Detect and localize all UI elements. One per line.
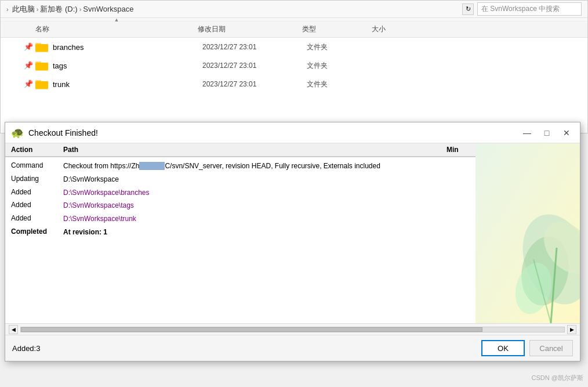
footer-info: Added:3 <box>12 344 481 353</box>
dialog-title: Checkout Finished! <box>28 128 515 138</box>
col-header-date[interactable]: 修改日期 <box>198 24 302 34</box>
scroll-thumb[interactable] <box>21 327 482 332</box>
svg-rect-8 <box>35 81 48 89</box>
th-action: Action <box>11 146 63 154</box>
dialog-icon: 🐢 <box>11 126 24 139</box>
file-row-branches[interactable]: 📌 branches 2023/12/27 23:01 文件夹 <box>1 38 587 56</box>
td-action-added3: Added <box>11 214 63 222</box>
td-path-added-tags[interactable]: D:\SvnWorkspace\tags <box>63 201 447 211</box>
folder-icon-branches <box>35 42 48 52</box>
deco-image-panel <box>476 143 580 323</box>
breadcrumb-pc[interactable]: 此电脑 <box>12 4 35 15</box>
table-row-added-branches: Added D:\SvnWorkspace\branches <box>5 186 476 200</box>
close-button[interactable]: ✕ <box>559 126 574 139</box>
td-path-command: Checkout from https://Zh C/svn/SNV_serve… <box>63 161 447 171</box>
search-input[interactable]: 在 SvnWorkspace 中搜索 <box>477 2 582 16</box>
horizontal-scrollbar[interactable]: ◀ ▶ <box>5 323 580 335</box>
pin-icon: 📌 <box>24 42 33 52</box>
table-row-added-tags: Added D:\SvnWorkspace\tags <box>5 199 476 212</box>
file-name-tags[interactable]: tags <box>53 62 202 70</box>
breadcrumb-arrow: › <box>6 6 9 13</box>
refresh-button[interactable]: ↻ <box>462 3 474 15</box>
address-bar: › 此电脑 › 新加卷 (D:) › SvnWorkspace ↻ 在 SvnW… <box>1 1 587 18</box>
breadcrumb-drive[interactable]: 新加卷 (D:) <box>40 4 77 15</box>
td-path-added-trunk[interactable]: D:\SvnWorkspace\trunk <box>63 214 447 224</box>
file-name-branches[interactable]: branches <box>53 43 202 52</box>
th-min: Min <box>447 146 470 154</box>
td-action-added1: Added <box>11 188 63 196</box>
breadcrumb-folder[interactable]: SvnWorkspace <box>83 5 133 13</box>
sep1: › <box>37 6 39 13</box>
svg-rect-5 <box>35 63 48 70</box>
minimize-button[interactable]: — <box>520 126 535 139</box>
search-placeholder: 在 SvnWorkspace 中搜索 <box>481 5 560 13</box>
highlight-url <box>139 162 165 170</box>
sort-arrow-name: ▲ <box>35 17 198 23</box>
td-action-completed: Completed <box>11 227 63 236</box>
table-row-completed: Completed At revision: 1 <box>5 226 476 239</box>
table-body: Command Checkout from https://Zh C/svn/S… <box>5 157 476 241</box>
file-row-tags[interactable]: 📌 tags 2023/12/27 23:01 文件夹 <box>1 56 587 75</box>
watermark: CSDN @凯尔萨斯 <box>532 374 583 382</box>
file-type-branches: 文件夹 <box>307 42 376 52</box>
dialog-content: Action Path Min Command Checkout from ht… <box>5 143 580 323</box>
folder-icon-tags <box>35 60 48 71</box>
checkout-dialog: 🐢 Checkout Finished! — □ ✕ Action Path M… <box>5 122 580 361</box>
cancel-button[interactable]: Cancel <box>529 340 573 356</box>
file-list: 📌 branches 2023/12/27 23:01 文件夹 📌 tags 2… <box>1 38 587 93</box>
dialog-table: Action Path Min Command Checkout from ht… <box>5 143 476 323</box>
scroll-right-button[interactable]: ▶ <box>567 325 576 334</box>
file-type-tags: 文件夹 <box>307 61 376 71</box>
table-row-added-trunk: Added D:\SvnWorkspace\trunk <box>5 212 476 226</box>
pin-icon3: 📌 <box>24 79 33 89</box>
file-row-trunk[interactable]: 📌 trunk 2023/12/27 23:01 文件夹 <box>1 75 587 93</box>
td-path-completed: At revision: 1 <box>63 227 447 237</box>
sep2: › <box>79 6 82 13</box>
svg-rect-2 <box>35 44 48 52</box>
scroll-track[interactable] <box>20 327 565 332</box>
file-type-trunk: 文件夹 <box>307 79 376 89</box>
file-date-tags: 2023/12/27 23:01 <box>202 62 307 70</box>
column-headers: 名称 修改日期 类型 大小 <box>1 21 587 38</box>
maximize-button[interactable]: □ <box>539 126 554 139</box>
td-action-added2: Added <box>11 201 63 209</box>
td-path-updating: D:\SvnWorkspace <box>63 175 447 185</box>
scroll-left-button[interactable]: ◀ <box>9 325 18 334</box>
dialog-footer: Added:3 OK Cancel <box>5 335 580 361</box>
footer-buttons: OK Cancel <box>481 340 573 356</box>
breadcrumb[interactable]: 此电脑 › 新加卷 (D:) › SvnWorkspace <box>12 4 459 15</box>
table-header: Action Path Min <box>5 143 476 157</box>
td-path-added-branches[interactable]: D:\SvnWorkspace\branches <box>63 188 447 198</box>
table-row-updating: Updating D:\SvnWorkspace <box>5 173 476 186</box>
th-path: Path <box>63 146 447 154</box>
file-date-trunk: 2023/12/27 23:01 <box>202 80 307 88</box>
file-name-trunk[interactable]: trunk <box>53 80 202 89</box>
col-header-name[interactable]: 名称 <box>35 24 198 34</box>
col-header-size[interactable]: 大小 <box>372 24 418 34</box>
td-action-updating: Updating <box>11 175 63 183</box>
pin-icon2: 📌 <box>24 61 33 70</box>
file-explorer: › 此电脑 › 新加卷 (D:) › SvnWorkspace ↻ 在 SvnW… <box>0 0 588 133</box>
table-row-command: Command Checkout from https://Zh C/svn/S… <box>5 160 476 173</box>
file-date-branches: 2023/12/27 23:01 <box>202 43 307 51</box>
ok-button[interactable]: OK <box>481 340 525 356</box>
dialog-titlebar: 🐢 Checkout Finished! — □ ✕ <box>5 122 580 143</box>
td-action-command: Command <box>11 161 63 169</box>
col-header-type[interactable]: 类型 <box>302 24 372 34</box>
folder-icon-trunk <box>35 79 48 89</box>
